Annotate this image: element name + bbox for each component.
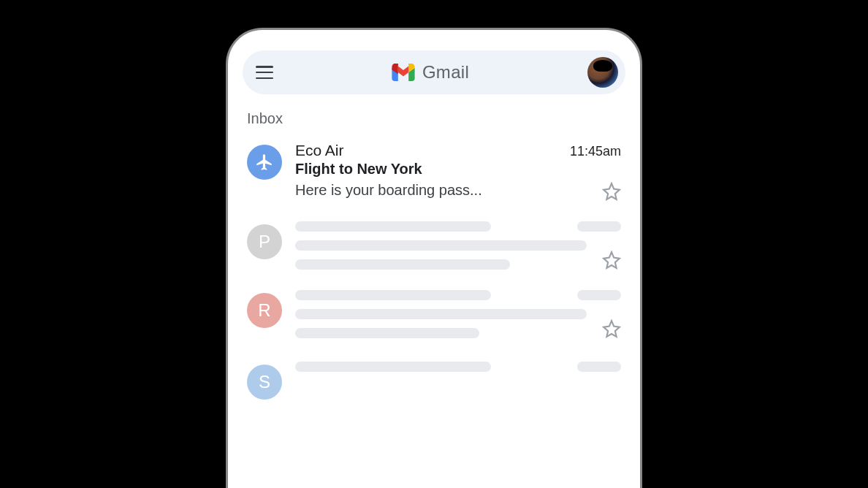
sender-initial: P [259,232,270,252]
email-body: Eco Air 11:45am Flight to New York Here … [295,142,621,201]
sender-initial: R [258,300,270,321]
plane-icon [255,153,274,172]
search-bar[interactable]: Gmail [243,50,625,94]
avatar[interactable] [587,57,618,88]
email-time: 11:45am [570,144,621,159]
email-preview: Here is your boarding pass... [295,182,482,199]
sender-initial: S [259,372,270,392]
phone-content: Gmail Inbox Eco Air 11:45am Flight to Ne… [228,30,640,407]
email-item[interactable]: P [243,208,625,277]
gmail-m-icon [392,64,415,81]
app-name: Gmail [422,62,469,83]
sender-avatar: P [247,224,282,259]
email-subject: Flight to New York [295,161,621,178]
sender-avatar [247,145,282,180]
star-icon[interactable] [602,319,621,338]
hamburger-menu-icon[interactable] [256,66,273,79]
gmail-logo: Gmail [392,62,469,83]
star-icon[interactable] [602,251,621,270]
phone-frame: Gmail Inbox Eco Air 11:45am Flight to Ne… [226,28,642,488]
inbox-label: Inbox [247,110,625,127]
email-item[interactable]: R [243,277,625,346]
sender-name: Eco Air [295,142,344,159]
email-item[interactable]: Eco Air 11:45am Flight to New York Here … [243,134,625,208]
sender-avatar: S [247,365,282,400]
sender-avatar: R [247,293,282,328]
email-item[interactable]: S [243,346,625,407]
star-icon[interactable] [602,182,621,201]
